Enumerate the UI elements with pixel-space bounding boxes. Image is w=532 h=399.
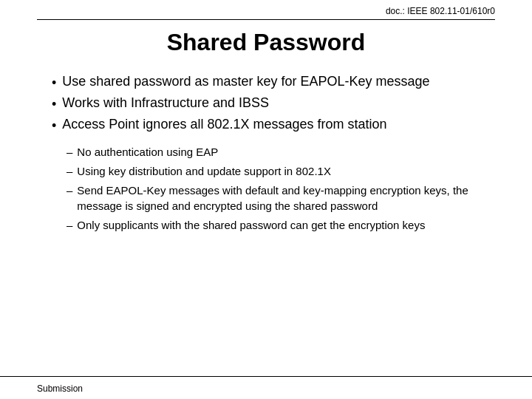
dash-symbol-3: – bbox=[66, 183, 72, 198]
doc-id: doc.: IEEE 802.11-01/610r0 bbox=[386, 6, 495, 16]
sub-bullet-item-3: – Send EAPOL-Key messages with default a… bbox=[66, 183, 495, 214]
sub-bullet-item-2: – Using key distribution and update supp… bbox=[66, 163, 495, 179]
dash-symbol-1: – bbox=[66, 144, 72, 160]
page-container: doc.: IEEE 802.11-01/610r0 Shared Passwo… bbox=[0, 0, 532, 399]
bullet-item-1: • Use shared password as master key for … bbox=[52, 74, 495, 91]
sub-bullet-item-1: – No authentication using EAP bbox=[66, 144, 495, 160]
bullet-item-3: • Access Point ignores all 802.1X messag… bbox=[52, 117, 495, 134]
bullet-text-2: Works with Infrastructure and IBSS bbox=[62, 95, 269, 111]
sub-bullet-list: – No authentication using EAP – Using ke… bbox=[66, 144, 495, 233]
bullet-symbol-2: • bbox=[52, 97, 56, 112]
footer-text: Submission bbox=[37, 383, 83, 394]
main-bullet-list: • Use shared password as master key for … bbox=[52, 74, 495, 134]
sub-bullet-text-2: Using key distribution and update suppor… bbox=[77, 163, 331, 179]
footer-bar: Submission bbox=[0, 376, 532, 399]
bullet-symbol-3: • bbox=[52, 118, 56, 134]
content-area: • Use shared password as master key for … bbox=[37, 74, 495, 399]
sub-bullet-text-3: Send EAPOL-Key messages with default and… bbox=[77, 183, 495, 214]
bullet-text-1: Use shared password as master key for EA… bbox=[62, 74, 429, 89]
bullet-symbol-1: • bbox=[52, 75, 56, 91]
sub-bullet-text-1: No authentication using EAP bbox=[77, 144, 218, 160]
sub-bullet-text-4: Only supplicants with the shared passwor… bbox=[77, 217, 425, 233]
slide-title: Shared Password bbox=[37, 29, 495, 59]
dash-symbol-2: – bbox=[66, 163, 72, 179]
bullet-item-2: • Works with Infrastructure and IBSS bbox=[52, 95, 495, 112]
bullet-text-3: Access Point ignores all 802.1X messages… bbox=[62, 117, 386, 132]
sub-bullet-item-4: – Only supplicants with the shared passw… bbox=[66, 217, 495, 233]
header-bar: doc.: IEEE 802.11-01/610r0 bbox=[37, 0, 495, 20]
dash-symbol-4: – bbox=[66, 217, 72, 233]
